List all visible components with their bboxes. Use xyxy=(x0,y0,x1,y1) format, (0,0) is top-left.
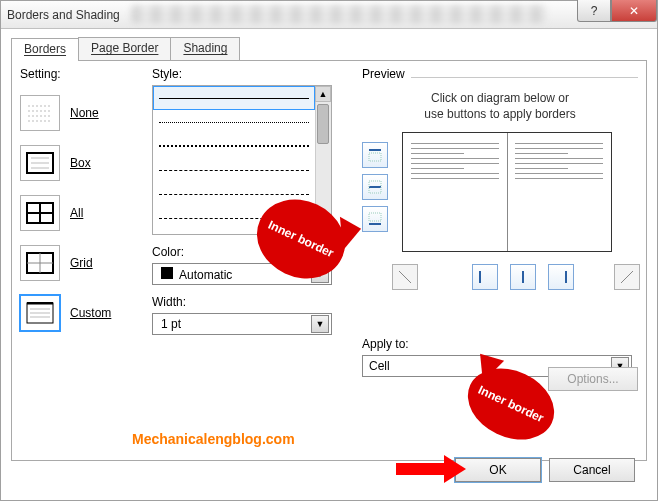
style-solid[interactable] xyxy=(153,86,315,110)
svg-rect-21 xyxy=(369,186,381,188)
svg-line-29 xyxy=(621,271,633,283)
width-dropdown-button[interactable]: ▼ xyxy=(311,315,329,333)
svg-rect-23 xyxy=(369,223,381,225)
width-combo[interactable]: 1 pt ▼ xyxy=(152,313,332,335)
color-chip xyxy=(161,267,173,279)
scroll-thumb[interactable] xyxy=(317,104,329,144)
blurred-background xyxy=(131,5,547,23)
options-button: Options... xyxy=(548,367,638,391)
preview-area xyxy=(362,132,638,272)
style-dotted[interactable] xyxy=(153,110,315,134)
preview-diagram[interactable] xyxy=(402,132,612,252)
scroll-up[interactable]: ▲ xyxy=(315,86,331,102)
tabstrip: Borders Page Border Shading xyxy=(11,37,647,61)
box-icon xyxy=(20,145,60,181)
apply-to-label: Apply to: xyxy=(362,337,638,351)
close-button[interactable]: ✕ xyxy=(611,0,657,22)
preview-cell-left xyxy=(403,139,507,245)
border-diag-down-button[interactable] xyxy=(392,264,418,290)
width-value: 1 pt xyxy=(161,317,181,331)
tab-shading[interactable]: Shading xyxy=(170,37,240,60)
titlebar: Borders and Shading ? ✕ xyxy=(1,1,657,29)
none-icon xyxy=(20,95,60,131)
preview-column: Preview Click on diagram below or use bu… xyxy=(362,67,638,272)
grid-label: Grid xyxy=(70,256,93,270)
svg-rect-24 xyxy=(369,213,381,221)
svg-rect-27 xyxy=(522,271,524,283)
svg-rect-20 xyxy=(369,153,381,161)
cancel-button[interactable]: Cancel xyxy=(549,458,635,482)
setting-custom[interactable]: Custom xyxy=(20,295,140,331)
preview-divider xyxy=(411,77,638,78)
setting-all[interactable]: All xyxy=(20,195,140,231)
style-dotted-wide[interactable] xyxy=(153,134,315,158)
svg-rect-28 xyxy=(565,271,567,283)
border-left-button[interactable] xyxy=(472,264,498,290)
border-diag-up-button[interactable] xyxy=(614,264,640,290)
window-title: Borders and Shading xyxy=(7,8,120,22)
none-label: None xyxy=(70,106,99,120)
tab-page-border[interactable]: Page Border xyxy=(78,37,171,60)
preview-label: Preview xyxy=(362,67,405,81)
preview-vbuttons xyxy=(362,142,388,232)
tab-borders[interactable]: Borders xyxy=(11,38,79,61)
grid-icon xyxy=(20,245,60,281)
svg-line-25 xyxy=(399,271,411,283)
style-dashed[interactable] xyxy=(153,158,315,182)
border-right-button[interactable] xyxy=(548,264,574,290)
style-column: Style: ▲ ▼ Color: Automatic ▼ xyxy=(152,67,352,335)
svg-rect-19 xyxy=(369,149,381,151)
custom-icon xyxy=(20,295,60,331)
svg-rect-26 xyxy=(479,271,481,283)
style-label: Style: xyxy=(152,67,352,81)
all-icon xyxy=(20,195,60,231)
dialog-window: Borders and Shading ? ✕ Borders Page Bor… xyxy=(0,0,658,501)
color-value: Automatic xyxy=(161,267,232,282)
window-buttons: ? ✕ xyxy=(577,0,657,22)
preview-instructions: Click on diagram below or use buttons to… xyxy=(362,91,638,122)
arrow-annotation xyxy=(396,457,466,481)
setting-grid[interactable]: Grid xyxy=(20,245,140,281)
box-label: Box xyxy=(70,156,91,170)
settings-column: Setting: None Box xyxy=(20,67,140,345)
dialog-buttons: OK Cancel xyxy=(455,458,635,482)
setting-box[interactable]: Box xyxy=(20,145,140,181)
all-label: All xyxy=(70,206,83,220)
ok-button[interactable]: OK xyxy=(455,458,541,482)
border-inner-v-button[interactable] xyxy=(510,264,536,290)
watermark-text: Mechanicalengblog.com xyxy=(132,431,295,447)
preview-hbuttons xyxy=(392,264,640,290)
setting-none[interactable]: None xyxy=(20,95,140,131)
settings-label: Setting: xyxy=(20,67,140,81)
border-inner-h-button[interactable] xyxy=(362,174,388,200)
custom-label: Custom xyxy=(70,306,111,320)
border-bottom-button[interactable] xyxy=(362,206,388,232)
apply-to-value: Cell xyxy=(369,359,390,373)
width-label: Width: xyxy=(152,295,352,309)
border-top-button[interactable] xyxy=(362,142,388,168)
preview-cell-right xyxy=(507,139,611,245)
help-button[interactable]: ? xyxy=(577,0,611,22)
